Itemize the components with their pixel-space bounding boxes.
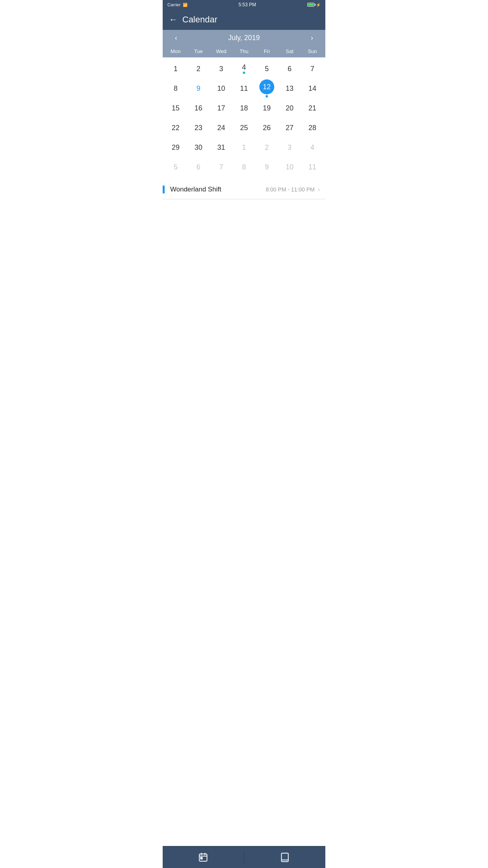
calendar-day[interactable]: 12 <box>255 79 278 98</box>
events-section: Wonderland Shift8:00 PM - 11:00 PM› <box>163 180 325 243</box>
day-header-wed: Wed <box>210 48 233 54</box>
day-number: 6 <box>288 65 292 72</box>
day-number: 2 <box>196 65 200 72</box>
day-number: 17 <box>217 105 225 112</box>
calendar-day[interactable]: 4 <box>301 138 324 157</box>
month-label: July, 2019 <box>228 34 260 42</box>
bolt-icon: ⚡ <box>316 3 321 7</box>
day-headers: Mon Tue Wed Thu Fri Sat Sun <box>163 46 325 57</box>
calendar-day[interactable]: 24 <box>210 118 233 138</box>
calendar-day[interactable]: 9 <box>187 79 210 98</box>
calendar-day[interactable]: 10 <box>210 79 233 98</box>
calendar-day[interactable]: 1 <box>164 59 187 79</box>
calendar-day[interactable]: 22 <box>164 118 187 138</box>
calendar-day[interactable]: 10 <box>278 157 301 177</box>
day-header-tue: Tue <box>187 48 210 54</box>
calendar-day[interactable]: 11 <box>233 79 255 98</box>
calendar-day[interactable]: 17 <box>210 98 233 118</box>
calendar-day[interactable]: 25 <box>233 118 255 138</box>
day-number: 15 <box>172 105 180 112</box>
calendar-day[interactable]: 7 <box>210 157 233 177</box>
day-number: 9 <box>265 164 269 171</box>
day-number: 20 <box>286 105 294 112</box>
day-number: 19 <box>263 105 271 112</box>
day-number: 2 <box>265 144 269 151</box>
day-number: 27 <box>286 124 294 131</box>
event-color-bar <box>163 186 165 193</box>
calendar-day[interactable]: 2 <box>255 138 278 157</box>
calendar-day[interactable]: 23 <box>187 118 210 138</box>
calendar-day[interactable]: 9 <box>255 157 278 177</box>
calendar-day[interactable]: 28 <box>301 118 324 138</box>
calendar-day[interactable]: 18 <box>233 98 255 118</box>
calendar-day[interactable]: 14 <box>301 79 324 98</box>
day-header-sun: Sun <box>301 48 324 54</box>
day-number: 10 <box>217 85 225 92</box>
calendar-day[interactable]: 5 <box>164 157 187 177</box>
carrier-label: Carrier <box>167 2 181 7</box>
day-number: 4 <box>310 144 314 151</box>
calendar-day[interactable]: 2 <box>187 59 210 79</box>
calendar-day[interactable]: 13 <box>278 79 301 98</box>
status-right: ⚡ <box>307 3 321 7</box>
status-time: 5:53 PM <box>238 2 256 7</box>
battery-icon <box>307 3 314 7</box>
day-number: 10 <box>286 164 294 171</box>
calendar-day[interactable]: 7 <box>301 59 324 79</box>
day-number: 4 <box>242 64 246 71</box>
day-number: 3 <box>288 144 292 151</box>
event-item[interactable]: Wonderland Shift8:00 PM - 11:00 PM› <box>163 180 325 199</box>
month-nav: ‹ July, 2019 › <box>163 30 325 46</box>
day-number: 12 <box>259 79 274 94</box>
calendar-day[interactable]: 15 <box>164 98 187 118</box>
calendar-day[interactable]: 6 <box>187 157 210 177</box>
calendar-day[interactable]: 31 <box>210 138 233 157</box>
chevron-right-icon: › <box>318 186 320 193</box>
day-header-mon: Mon <box>164 48 187 54</box>
back-button[interactable]: ← <box>169 15 178 24</box>
calendar-day[interactable]: 29 <box>164 138 187 157</box>
header: ← Calendar <box>163 9 325 30</box>
calendar-day[interactable]: 30 <box>187 138 210 157</box>
day-number: 24 <box>217 124 225 131</box>
page-title: Calendar <box>182 15 217 25</box>
calendar-day[interactable]: 11 <box>301 157 324 177</box>
next-month-button[interactable]: › <box>306 34 317 42</box>
day-number: 1 <box>174 65 178 72</box>
calendar-day[interactable]: 3 <box>210 59 233 79</box>
calendar-day[interactable]: 19 <box>255 98 278 118</box>
event-name: Wonderland Shift <box>170 186 266 193</box>
day-number: 23 <box>194 124 202 131</box>
calendar-day[interactable]: 16 <box>187 98 210 118</box>
calendar-day[interactable]: 5 <box>255 59 278 79</box>
day-header-thu: Thu <box>233 48 255 54</box>
day-number: 7 <box>310 65 314 72</box>
event-dot <box>243 72 245 74</box>
calendar-day[interactable]: 8 <box>164 79 187 98</box>
calendar-day[interactable]: 21 <box>301 98 324 118</box>
calendar-day[interactable]: 3 <box>278 138 301 157</box>
calendar-grid: 1234567891011121314151617181920212223242… <box>163 57 325 180</box>
prev-month-button[interactable]: ‹ <box>171 34 182 42</box>
calendar-container: ‹ July, 2019 › Mon Tue Wed Thu Fri Sat S… <box>163 30 325 180</box>
day-header-sat: Sat <box>278 48 301 54</box>
calendar-day[interactable]: 27 <box>278 118 301 138</box>
calendar-day[interactable]: 26 <box>255 118 278 138</box>
wifi-icon <box>183 2 187 7</box>
status-bar: Carrier 5:53 PM ⚡ <box>163 0 325 9</box>
calendar-day[interactable]: 20 <box>278 98 301 118</box>
day-number: 11 <box>240 85 248 92</box>
day-number: 31 <box>217 144 225 151</box>
calendar-day[interactable]: 8 <box>233 157 255 177</box>
day-number: 21 <box>308 105 316 112</box>
calendar-day[interactable]: 1 <box>233 138 255 157</box>
day-number: 22 <box>172 124 180 131</box>
day-number: 8 <box>174 85 178 92</box>
day-number: 9 <box>196 85 200 92</box>
day-number: 6 <box>196 164 200 171</box>
day-number: 7 <box>219 164 223 171</box>
day-number: 1 <box>242 144 246 151</box>
day-number: 3 <box>219 65 223 72</box>
calendar-day[interactable]: 4 <box>233 59 255 79</box>
calendar-day[interactable]: 6 <box>278 59 301 79</box>
